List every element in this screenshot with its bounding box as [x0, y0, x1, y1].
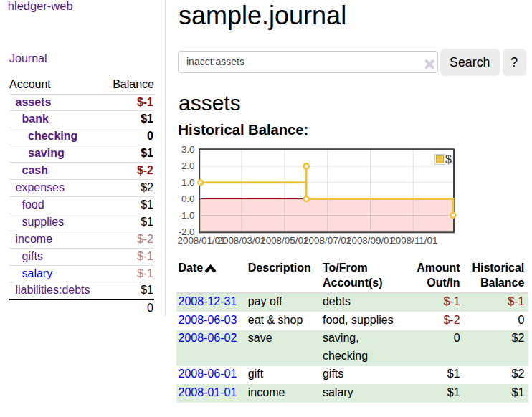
svg-text:1.0: 1.0: [181, 177, 195, 188]
svg-text:2008/09/01: 2008/09/01: [346, 235, 394, 246]
svg-text:2008/05/01: 2008/05/01: [260, 235, 308, 246]
svg-text:-1.0: -1.0: [178, 210, 194, 221]
svg-text:2008/11/01: 2008/11/01: [390, 235, 437, 246]
svg-text:0.0: 0.0: [181, 193, 195, 204]
svg-text:2008/03/01: 2008/03/01: [217, 235, 265, 246]
svg-text:3.0: 3.0: [181, 144, 195, 155]
svg-text:2008/07/01: 2008/07/01: [303, 235, 351, 246]
svg-text:2.0: 2.0: [181, 160, 195, 171]
svg-text:$: $: [445, 153, 452, 166]
